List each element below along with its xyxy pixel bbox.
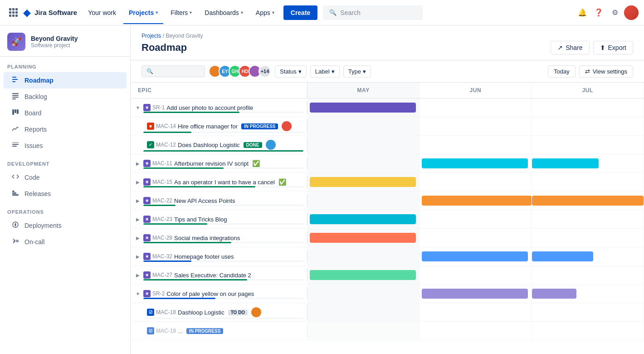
expand-button[interactable]: ▶ bbox=[134, 253, 141, 260]
table-row[interactable]: ▶ ★ MAC-27 Sales Executive: Candidate 2 bbox=[131, 266, 644, 285]
epic-search[interactable]: 🔍 bbox=[141, 65, 205, 77]
sidebar-item-releases[interactable]: Releases bbox=[4, 186, 127, 202]
grid-dot bbox=[15, 11, 18, 14]
sidebar-item-reports[interactable]: Reports bbox=[4, 121, 127, 138]
progress-bar-container bbox=[143, 298, 303, 299]
expand-button[interactable]: ▼ bbox=[134, 104, 141, 111]
epic-icon: ■ bbox=[147, 123, 154, 130]
may-bar-cell bbox=[307, 117, 420, 135]
table-row[interactable]: ▶ ★ MAC-32 Homepage footer uses bbox=[131, 247, 644, 266]
label-filter[interactable]: Label ▾ bbox=[310, 65, 340, 78]
status-filter[interactable]: Status ▾ bbox=[275, 65, 307, 78]
expand-button[interactable]: ▶ bbox=[134, 216, 141, 223]
table-row[interactable]: ▶ ★ MAC-28 Social media integrations bbox=[131, 229, 644, 247]
jul-bar-cell bbox=[532, 303, 644, 321]
grid-dot bbox=[9, 15, 11, 17]
svg-rect-15 bbox=[12, 191, 15, 192]
epic-cell: ▶ ★ MAC-23 Tips and Tricks Blog bbox=[131, 213, 307, 226]
epic-icon: ★ bbox=[143, 253, 151, 260]
roadmap-column-headers: Epic MAY JUN JUL bbox=[131, 83, 644, 98]
gantt-bar bbox=[532, 289, 577, 299]
epic-cell: ▶ ★ MAC-27 Sales Executive: Candidate 2 bbox=[131, 269, 307, 281]
status-badge: IN PROGRESS bbox=[186, 328, 223, 334]
table-row[interactable]: ☑ MAC-18 Dashloop Logistic TO DO bbox=[131, 303, 644, 322]
table-row[interactable]: ▶ ★ MAC-11 Afterburner revision IV scrip… bbox=[131, 154, 644, 173]
may-bar-cell bbox=[307, 173, 420, 191]
nav-dashboards[interactable]: Dashboards ▾ bbox=[199, 5, 249, 20]
gantt-bar bbox=[310, 177, 416, 187]
epic-cell: ▼ ★ SR-2 Color of pale yellow on our pag… bbox=[131, 287, 307, 300]
sidebar-item-roadmap[interactable]: Roadmap bbox=[4, 72, 127, 88]
expand-button[interactable]: ▶ bbox=[134, 197, 141, 204]
project-header[interactable]: 🚀 Beyond Gravity Software project bbox=[0, 25, 130, 57]
gantt-bar bbox=[310, 214, 416, 224]
expand-button[interactable]: ▼ bbox=[134, 290, 141, 297]
sidebar-item-oncall[interactable]: On-call bbox=[4, 234, 127, 250]
avatar-count-badge[interactable]: +14 bbox=[259, 65, 271, 78]
share-button[interactable]: ↗ Share bbox=[551, 41, 589, 54]
sidebar-item-backlog[interactable]: Backlog bbox=[4, 88, 127, 105]
table-row[interactable]: ▼ ★ SR-1 Add user photo to account profi… bbox=[131, 98, 644, 117]
share-icon: ↗ bbox=[557, 44, 563, 51]
epic-cell: ▶ ★ MAC-28 Social media integrations bbox=[131, 231, 307, 244]
toolbar: 🔍 EY GH HD +14 Status ▾ bbox=[131, 60, 644, 83]
progress-bar-container bbox=[143, 132, 303, 133]
epic-icon: ✓ bbox=[147, 141, 154, 148]
svg-rect-8 bbox=[15, 109, 16, 113]
notifications-button[interactable]: 🔔 bbox=[575, 5, 590, 20]
project-name: Beyond Gravity bbox=[31, 35, 78, 42]
grid-dot bbox=[15, 15, 18, 17]
jul-bar-cell bbox=[532, 229, 644, 247]
jun-bar-cell bbox=[420, 229, 532, 247]
search-bar[interactable]: 🔍 Search bbox=[323, 5, 423, 20]
epic-icon: ☑ bbox=[147, 309, 154, 316]
expand-button[interactable]: ▶ bbox=[134, 178, 141, 186]
avatar-image bbox=[624, 5, 639, 20]
app-grid-button[interactable] bbox=[5, 5, 21, 20]
chevron-down-icon: ▾ bbox=[332, 68, 335, 75]
user-avatar[interactable] bbox=[624, 5, 639, 20]
type-filter[interactable]: Type ▾ bbox=[343, 65, 371, 78]
progress-bar-container bbox=[143, 242, 303, 243]
chevron-down-icon: ▾ bbox=[272, 10, 274, 15]
status-badge: DONE bbox=[244, 142, 262, 148]
svg-rect-4 bbox=[12, 95, 19, 96]
grid-dot bbox=[12, 8, 15, 10]
expand-button[interactable]: ▶ bbox=[134, 160, 141, 167]
may-bar-cell bbox=[307, 303, 420, 321]
breadcrumb-projects-link[interactable]: Projects bbox=[141, 33, 161, 39]
svg-rect-14 bbox=[12, 192, 16, 194]
table-row[interactable]: ▼ ★ SR-2 Color of pale yellow on our pag… bbox=[131, 285, 644, 303]
settings-button[interactable]: ⚙ bbox=[608, 5, 622, 20]
table-row[interactable]: ▶ ★ MAC-23 Tips and Tricks Blog bbox=[131, 210, 644, 229]
nav-your-work[interactable]: Your work bbox=[83, 5, 122, 20]
sidebar-item-code[interactable]: Code bbox=[4, 169, 127, 186]
nav-filters[interactable]: Filters ▾ bbox=[165, 5, 197, 20]
expand-button[interactable]: ▶ bbox=[134, 234, 141, 241]
view-settings-button[interactable]: ⇄ View settings bbox=[579, 65, 633, 78]
grid-dot bbox=[9, 11, 11, 14]
epic-icon: ★ bbox=[143, 104, 151, 111]
create-button[interactable]: Create bbox=[283, 5, 318, 20]
expand-button[interactable]: ▶ bbox=[134, 271, 141, 279]
sidebar-item-label: On-call bbox=[24, 238, 44, 246]
may-bar-cell bbox=[307, 266, 420, 284]
today-button[interactable]: Today bbox=[548, 65, 576, 78]
nav-projects[interactable]: Projects ▾ bbox=[123, 5, 163, 20]
gantt-bar bbox=[422, 196, 531, 206]
table-row[interactable]: ✓ MAC-12 Does Dashloop Logistic DONE bbox=[131, 136, 644, 154]
epic-icon: ★ bbox=[143, 160, 151, 167]
logo[interactable]: ◆ Jira Software bbox=[23, 7, 77, 19]
help-button[interactable]: ❓ bbox=[591, 5, 606, 20]
chevron-down-icon: ▾ bbox=[363, 68, 366, 75]
table-row[interactable]: ▶ ★ MAC-15 As an operator I want to have… bbox=[131, 173, 644, 192]
export-button[interactable]: ⬆ Export bbox=[593, 41, 633, 54]
sidebar-item-issues[interactable]: Issues bbox=[4, 138, 127, 154]
nav-apps[interactable]: Apps ▾ bbox=[250, 5, 280, 20]
jun-bar-cell bbox=[420, 173, 532, 191]
sidebar-item-deployments[interactable]: Deployments bbox=[4, 217, 127, 234]
table-row[interactable]: ▶ ★ MAC-22 New API Access Points bbox=[131, 192, 644, 210]
table-row[interactable]: ■ MAC-14 Hire office manager for IN PROG… bbox=[131, 117, 644, 136]
operations-section-label: OPERATIONS bbox=[0, 202, 130, 217]
sidebar-item-board[interactable]: Board bbox=[4, 105, 127, 121]
